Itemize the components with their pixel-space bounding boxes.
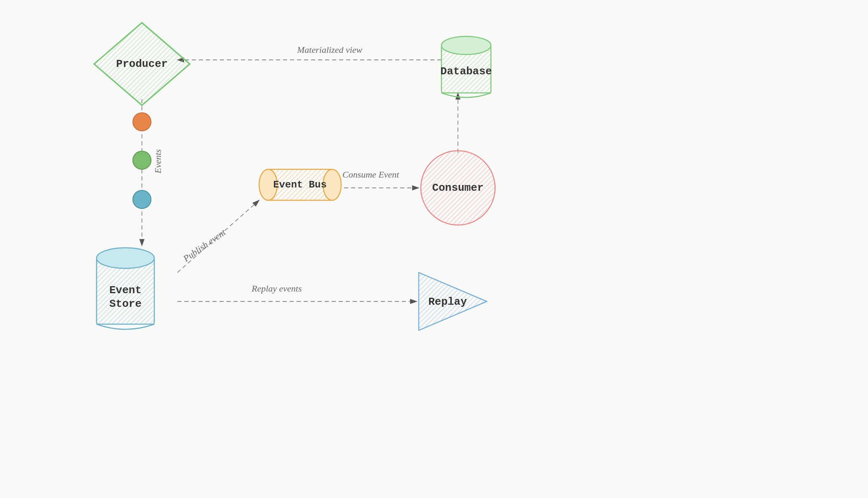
event-store-label: Event bbox=[109, 284, 142, 296]
event-dot-blue bbox=[133, 190, 151, 209]
event-dot-orange bbox=[133, 113, 151, 131]
event-store-label2: Store bbox=[109, 298, 142, 310]
producer-label: Producer bbox=[116, 58, 168, 70]
svg-point-18 bbox=[97, 248, 154, 268]
materialized-view-label: Materialized view bbox=[297, 45, 363, 55]
event-bus-label: Event Bus bbox=[273, 179, 327, 190]
consume-event-label: Consume Event bbox=[342, 169, 399, 180]
event-bus-node: Event Bus bbox=[259, 169, 341, 200]
event-dot-green bbox=[133, 151, 151, 169]
database-label: Database bbox=[441, 65, 492, 78]
architecture-diagram: Materialized view Consume Event Publish … bbox=[0, 0, 868, 498]
events-label: Events bbox=[153, 149, 163, 174]
event-store-node: Event Store bbox=[97, 248, 154, 330]
consumer-label: Consumer bbox=[432, 182, 484, 194]
replay-label: Replay bbox=[428, 296, 467, 308]
consumer-node: Consumer bbox=[421, 151, 495, 225]
replay-events-label: Replay events bbox=[251, 283, 302, 294]
svg-point-12 bbox=[441, 36, 491, 55]
database-node: Database bbox=[441, 36, 492, 97]
